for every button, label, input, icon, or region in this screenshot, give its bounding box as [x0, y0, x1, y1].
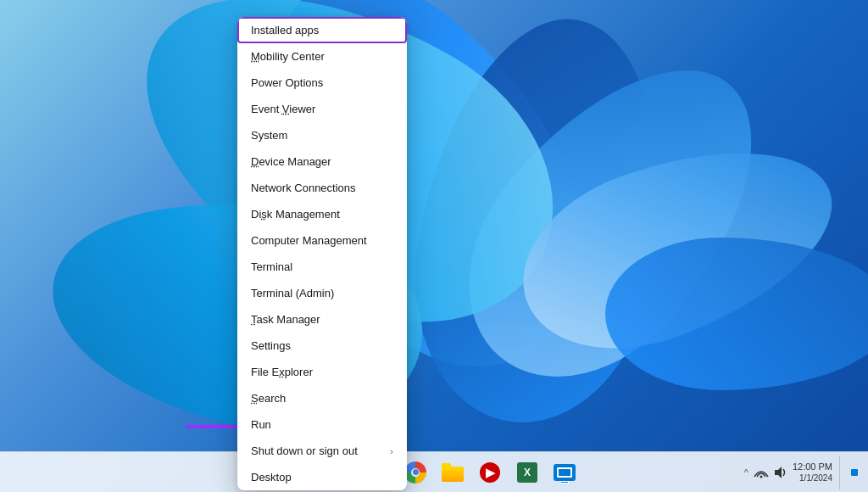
tray-divider — [839, 456, 844, 489]
mail-button[interactable]: ▶ — [473, 456, 507, 489]
menu-item-desktop[interactable]: Desktop — [237, 464, 407, 490]
menu-item-event-viewer[interactable]: Event Viewer — [237, 96, 407, 122]
system-tray: ^ 12:00 PM 1/1/2024 — [744, 456, 858, 489]
menu-item-run[interactable]: Run — [237, 411, 407, 438]
folder-icon — [442, 463, 464, 482]
menu-item-disk-management[interactable]: Disk Management — [237, 201, 407, 227]
menu-item-system[interactable]: System — [237, 122, 407, 148]
menu-item-installed-apps[interactable]: Installed apps — [237, 17, 407, 43]
submenu-arrow-icon: › — [390, 446, 393, 456]
wallpaper — [0, 0, 868, 492]
mail-icon: ▶ — [480, 462, 500, 483]
clock[interactable]: 12:00 PM 1/1/2024 — [793, 461, 832, 484]
menu-item-power-options[interactable]: Power Options — [237, 70, 407, 96]
chrome-icon — [404, 461, 426, 484]
menu-item-search[interactable]: Search — [237, 385, 407, 411]
file-explorer-button[interactable] — [436, 456, 470, 489]
taskbar: ▶ X ^ — [0, 451, 868, 492]
menu-item-shut-down[interactable]: Shut down or sign out › — [237, 438, 407, 464]
rdp-button[interactable] — [548, 456, 581, 489]
notification-dot[interactable] — [851, 469, 858, 476]
rdp-icon — [554, 464, 576, 481]
svg-marker-9 — [775, 467, 782, 478]
excel-button[interactable]: X — [510, 456, 544, 489]
menu-item-settings[interactable]: Settings — [237, 333, 407, 359]
menu-item-terminal[interactable]: Terminal — [237, 254, 407, 280]
svg-point-8 — [760, 475, 762, 478]
date-display: 1/1/2024 — [793, 472, 832, 484]
menu-item-mobility-center[interactable]: Mobility Center — [237, 43, 407, 70]
excel-icon: X — [517, 462, 537, 483]
menu-item-computer-management[interactable]: Computer Management — [237, 227, 407, 254]
menu-item-device-manager[interactable]: Device Manager — [237, 148, 407, 175]
menu-item-terminal-admin[interactable]: Terminal (Admin) — [237, 280, 407, 306]
desktop: Installed apps Mobility Center Power Opt… — [0, 0, 868, 492]
context-menu: Installed apps Mobility Center Power Opt… — [237, 17, 407, 490]
time-display: 12:00 PM — [793, 461, 832, 472]
volume-icon[interactable] — [774, 465, 787, 480]
menu-item-network-connections[interactable]: Network Connections — [237, 175, 407, 201]
network-icon[interactable] — [754, 465, 769, 480]
menu-item-task-manager[interactable]: Task Manager — [237, 306, 407, 333]
tray-chevron-icon[interactable]: ^ — [744, 467, 748, 478]
menu-item-file-explorer[interactable]: File Explorer — [237, 359, 407, 385]
